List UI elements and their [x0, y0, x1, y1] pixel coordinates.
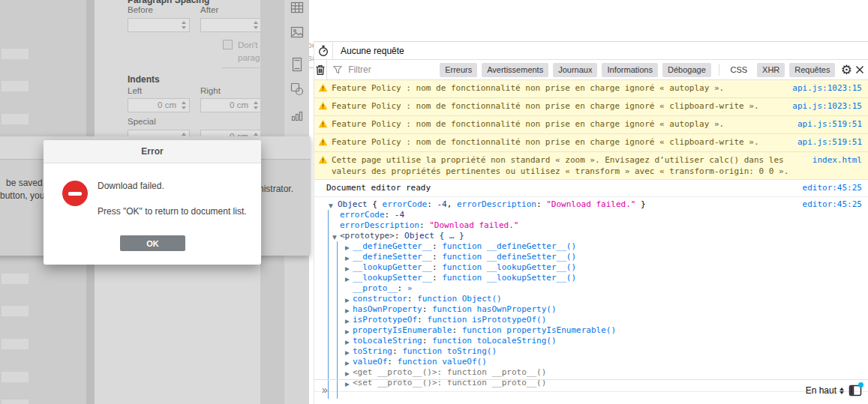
indent-left-spinner[interactable]: 0 cm	[128, 98, 190, 112]
object-token: isPrototypeOf	[353, 315, 417, 325]
spinner-arrows-icon[interactable]	[254, 101, 258, 109]
list-placeholder-row	[2, 114, 29, 124]
object-token: errorCode	[340, 210, 385, 220]
list-placeholder-row	[2, 81, 29, 91]
warning-triangle-icon	[318, 155, 328, 167]
object-tree-row: __proto__: »	[314, 283, 862, 294]
object-token: toString	[353, 346, 392, 356]
ok-button[interactable]: OK	[120, 235, 185, 251]
notification-dot	[858, 382, 863, 388]
spacing-before-spinner[interactable]	[128, 18, 190, 32]
object-token: :	[417, 315, 427, 325]
table-settings-icon[interactable]	[290, 1, 304, 14]
toolbar-separator	[719, 64, 719, 76]
object-token: :	[407, 294, 417, 304]
background-dialog-text-fragment: nistrator.	[259, 184, 293, 194]
tree-guide-line	[328, 210, 329, 399]
source-link[interactable]: api.js:519:51	[788, 118, 862, 130]
object-token: :	[432, 241, 442, 251]
background-dialog-text-fragment: button, you	[0, 190, 44, 201]
object-token: errorDescription	[457, 199, 536, 209]
source-link[interactable]: api.js:1023:15	[783, 82, 862, 94]
error-dialog: Error Download failed. Press "OK" to ret…	[44, 140, 261, 265]
warning-text: Cette page utilise la propriété non stan…	[332, 154, 795, 177]
object-token: function __lookupSetter__()	[442, 273, 576, 283]
object-tree-row: ▶__lookupGetter__: function __lookupGett…	[314, 262, 862, 273]
console-input-prompt[interactable]: »	[322, 385, 328, 395]
object-token: function propertyIsEnumerable()	[462, 325, 616, 335]
object-tree-row: ▶hasOwnProperty: function hasOwnProperty…	[314, 304, 862, 315]
object-tree-row: ▼<prototype>: Object { … }	[314, 231, 862, 241]
object-tree-row: ▶constructor: function Object()	[314, 294, 862, 304]
object-token: toLocaleString	[353, 336, 422, 346]
console-message-list: Feature Policy : nom de fonctionnalité n…	[314, 80, 868, 392]
tree-guide-line	[337, 241, 338, 399]
filter-input[interactable]	[347, 64, 440, 76]
filter-button-erreurs[interactable]: Erreurs	[440, 63, 477, 77]
filter-button-journaux[interactable]: Journaux	[553, 63, 597, 77]
filter-button-avertissements[interactable]: Avertissements	[482, 63, 548, 77]
screen: Paragraph Spacing Before After Don't add…	[0, 0, 868, 404]
object-tree-row: ▼Object { errorCode: -4, errorDescriptio…	[314, 199, 862, 210]
console-settings-gear-icon[interactable]: ⚙	[839, 64, 853, 76]
object-token: :	[427, 199, 437, 209]
object-token: <get __proto__()>	[353, 367, 437, 377]
filter-button-xhr[interactable]: XHR	[757, 63, 785, 77]
indent-right-label: Right	[200, 86, 221, 95]
warning-triangle-icon	[318, 101, 328, 113]
page-settings-icon[interactable]	[290, 57, 304, 70]
console-position-select[interactable]: En haut	[806, 385, 844, 396]
spinner-arrows-icon[interactable]	[182, 101, 186, 109]
close-devtools-icon[interactable]	[853, 65, 866, 74]
source-link[interactable]: api.js:519:51	[788, 136, 862, 148]
source-link[interactable]: api.js:1023:15	[783, 100, 862, 112]
indent-right-value: 0 cm	[230, 100, 248, 109]
source-link[interactable]: index.html	[803, 154, 862, 166]
object-tree-row: ▶toString: function toString()	[314, 346, 862, 357]
clear-console-trash-icon[interactable]	[314, 60, 326, 79]
object-token: :	[422, 304, 432, 314]
spinner-arrows-icon[interactable]	[254, 21, 258, 29]
console-log-row: Document editor ready editor:45:25	[314, 180, 868, 197]
object-token: errorCode	[383, 199, 428, 209]
object-token: <prototype>	[340, 231, 395, 241]
object-token: :	[432, 262, 442, 272]
filter-button-requêtes[interactable]: Requêtes	[789, 63, 835, 77]
warning-text: Feature Policy : nom de fonctionnalité n…	[332, 82, 783, 94]
console-warning-row: Cette page utilise la propriété non stan…	[314, 152, 868, 180]
object-token: "Download failed."	[429, 220, 518, 230]
log-level-buttons: ErreursAvertissementsJournauxInformation…	[440, 63, 716, 77]
filter-button-css[interactable]: CSS	[725, 63, 752, 77]
interval-checkbox[interactable]	[223, 40, 233, 49]
sidebar-toggle-icon[interactable]	[848, 385, 862, 397]
object-token: hasOwnProperty	[353, 304, 422, 314]
spinner-arrows-icon[interactable]	[182, 21, 186, 29]
object-tree-row: ▶isPrototypeOf: function isPrototypeOf()	[314, 315, 862, 325]
source-link[interactable]: editor:45:25	[794, 199, 862, 210]
filter-button-débogage[interactable]: Débogage	[662, 63, 711, 77]
source-link[interactable]: editor:45:25	[794, 183, 862, 193]
spacing-after-spinner[interactable]	[200, 18, 262, 32]
shape-settings-icon[interactable]	[290, 82, 304, 96]
object-token: :	[452, 325, 461, 335]
object-token: Object	[338, 199, 372, 209]
console-toolbar: ErreursAvertissementsJournauxInformation…	[314, 60, 868, 80]
indent-left-value: 0 cm	[158, 100, 176, 109]
image-settings-icon[interactable]	[290, 25, 304, 39]
panel-title: Paragraph Spacing	[128, 0, 209, 5]
warning-text: Feature Policy : nom de fonctionnalité n…	[332, 100, 783, 112]
filter-button-informations[interactable]: Informations	[602, 63, 658, 77]
object-tree-row: ▶__lookupSetter__: function __lookupSett…	[314, 273, 862, 283]
console-warning-row: Feature Policy : nom de fonctionnalité n…	[314, 98, 868, 116]
object-token: function __proto__()	[447, 367, 546, 377]
object-token: __defineSetter__	[353, 252, 432, 262]
chart-settings-icon[interactable]	[290, 109, 304, 122]
select-carets-icon	[839, 388, 844, 394]
warning-triangle-icon	[318, 83, 328, 95]
warning-triangle-icon	[318, 137, 328, 149]
indents-title: Indents	[128, 74, 160, 85]
object-token: valueOf	[353, 357, 387, 367]
indent-right-spinner[interactable]: 0 cm	[200, 98, 262, 112]
object-token: ,	[447, 199, 457, 209]
object-token: function valueOf()	[398, 357, 487, 367]
